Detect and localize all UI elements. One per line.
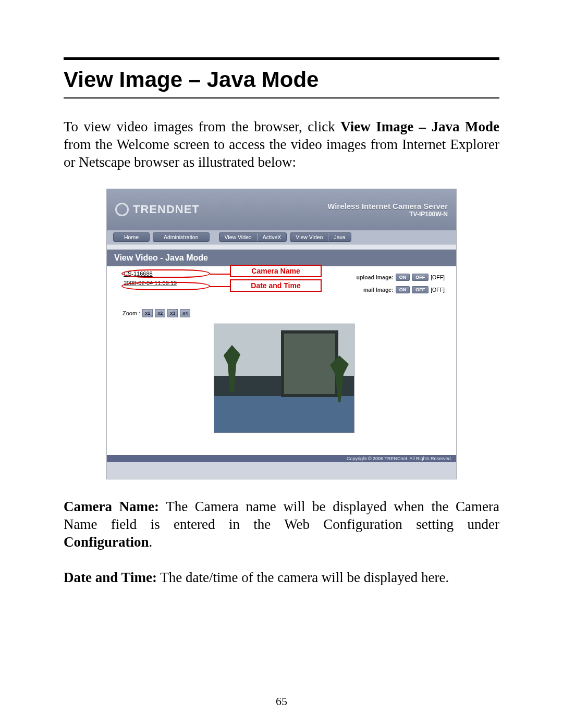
camera-name-period: . <box>149 534 153 550</box>
header-title-sub: TV-IP100W-N <box>327 211 448 218</box>
upload-image-label: upload Image: <box>356 274 393 280</box>
video-door-shape <box>281 330 338 397</box>
annotation-label-datetime: Date and Time <box>230 279 322 292</box>
annotation-ellipse-camera <box>121 269 210 278</box>
brand-text: TRENDNET <box>133 203 200 216</box>
app-header: TRENDNET Wireless Internet Camera Server… <box>107 189 456 230</box>
video-bg-floor <box>214 396 354 433</box>
page-number: 65 <box>0 695 563 708</box>
datetime-bold: Date and Time: <box>64 570 157 585</box>
spacer-bar <box>107 244 456 250</box>
intro-text-a: To view video images from the browser, c… <box>64 119 340 134</box>
zoom-controls: Zoom : x1 x2 x3 x4 <box>123 309 446 317</box>
nav-java-label: Java <box>328 233 350 241</box>
zoom-x1-button[interactable]: x1 <box>142 309 153 317</box>
panel-title: View Video - Java Mode <box>107 250 456 266</box>
zoom-x4-button[interactable]: x4 <box>180 309 190 317</box>
annotation-line-1 <box>210 274 230 275</box>
mail-state: [OFF] <box>431 287 445 293</box>
intro-bold: View Image – Java Mode <box>340 119 499 134</box>
top-rule <box>64 57 499 60</box>
intro-paragraph: To view video images from the browser, c… <box>64 118 499 171</box>
page-heading: View Image – Java Mode <box>64 67 499 92</box>
zoom-label: Zoom : <box>123 310 140 316</box>
underline-rule <box>64 97 499 98</box>
zoom-x2-button[interactable]: x2 <box>155 309 165 317</box>
intro-text-c: from the Welcome screen to access the vi… <box>64 137 499 170</box>
footer-copyright: Copyright © 2006 TRENDnet. All Rights Re… <box>107 455 456 462</box>
mail-off-button[interactable]: OFF <box>412 286 429 293</box>
mail-image-row: mail Image: ON OFF [OFF] <box>363 286 445 293</box>
nav-viewvideo-activex[interactable]: View Video ActiveX <box>219 232 287 242</box>
annotation-ellipse-datetime <box>121 282 210 290</box>
nav-admin[interactable]: Administration <box>153 232 210 242</box>
annotation-label-camera: Camera Name <box>230 265 322 277</box>
nav-home[interactable]: Home <box>113 232 150 242</box>
video-preview <box>214 324 354 433</box>
camera-name-bold: Camera Name: <box>64 499 159 514</box>
nav-viewvideo-label: View Video <box>219 233 257 241</box>
configuration-bold: Configuration <box>64 534 149 550</box>
camera-name-paragraph: Camera Name: The Camera name will be dis… <box>64 498 499 551</box>
header-title-main: Wireless Internet Camera Server <box>327 202 448 211</box>
nav-bar: Home Administration View Video ActiveX V… <box>107 230 456 244</box>
upload-off-button[interactable]: OFF <box>412 274 429 281</box>
upload-state: [OFF] <box>431 274 445 280</box>
mail-on-button[interactable]: ON <box>396 286 410 293</box>
nav-viewvideo2-label: View Video <box>290 233 328 241</box>
brand-logo: TRENDNET <box>115 203 200 216</box>
screenshot-figure: TRENDNET Wireless Internet Camera Server… <box>106 189 457 479</box>
zoom-x3-button[interactable]: x3 <box>167 309 178 317</box>
panel-body: CS-116688 2008-02-04 11:09:19 upload Ima… <box>107 266 456 462</box>
nav-viewvideo-java[interactable]: View Video Java <box>290 232 351 242</box>
annotation-line-2 <box>210 286 230 287</box>
upload-image-row: upload Image: ON OFF [OFF] <box>356 274 445 281</box>
datetime-text: The date/time of the camera will be disp… <box>157 570 449 585</box>
globe-icon <box>115 203 129 216</box>
header-title: Wireless Internet Camera Server TV-IP100… <box>327 202 448 218</box>
mail-image-label: mail Image: <box>363 287 394 293</box>
upload-on-button[interactable]: ON <box>396 274 410 281</box>
nav-activex-label: ActiveX <box>257 233 287 241</box>
datetime-paragraph: Date and Time: The date/time of the came… <box>64 569 499 587</box>
